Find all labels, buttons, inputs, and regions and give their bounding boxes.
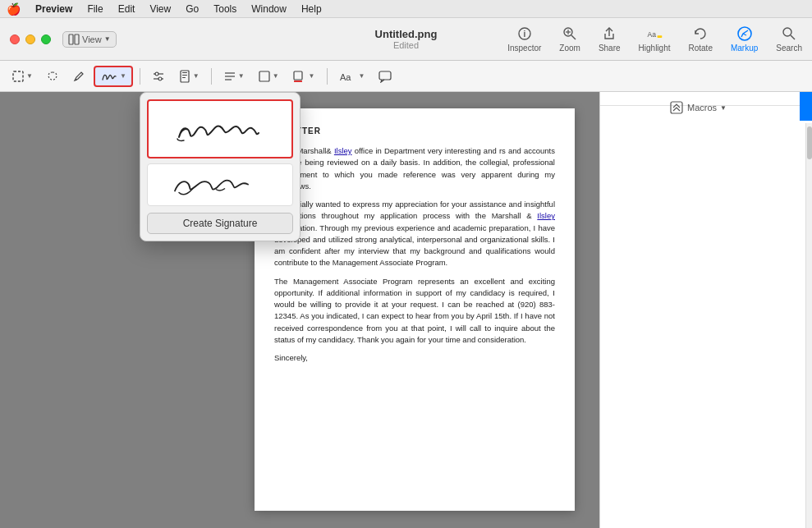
svg-point-16 — [155, 72, 158, 76]
sidebar-area: Create Signature U LETTER at the Marshal… — [0, 92, 599, 528]
lasso-btn[interactable] — [41, 67, 64, 86]
macros-toolbar: Macros ▼ — [600, 92, 812, 106]
macros-label: Macros — [687, 103, 717, 112]
inspector-label: Inspector — [507, 44, 541, 53]
apple-menu[interactable]: 🍎 — [7, 2, 21, 16]
menu-file[interactable]: File — [80, 2, 109, 16]
macros-chevron-icon: ▼ — [720, 104, 727, 112]
scrollbar-thumb[interactable] — [807, 126, 812, 159]
search-button[interactable]: Search — [776, 25, 802, 53]
menu-help[interactable]: Help — [295, 2, 328, 16]
shape-btn[interactable]: ▼ — [253, 67, 284, 86]
svg-rect-19 — [182, 72, 187, 73]
doc-title: U LETTER — [274, 125, 555, 137]
menu-view[interactable]: View — [143, 2, 177, 16]
share-label: Share — [599, 44, 621, 53]
share-button[interactable]: Share — [599, 25, 621, 53]
rect-select-btn[interactable]: ▼ — [7, 67, 38, 86]
svg-rect-27 — [294, 80, 302, 82]
file-name: Untitled.png — [375, 28, 438, 40]
separator-2 — [211, 68, 212, 85]
svg-point-17 — [158, 77, 162, 80]
menu-edit[interactable]: Edit — [112, 2, 142, 16]
menu-tools[interactable]: Tools — [207, 2, 243, 16]
svg-rect-26 — [294, 71, 302, 80]
toolbar: ▼ ▼ ▼ — [0, 61, 812, 92]
zoom-label: Zoom — [559, 44, 580, 53]
page-btn[interactable]: ▼ — [173, 67, 204, 86]
svg-text:Aa: Aa — [647, 30, 656, 39]
menu-preview[interactable]: Preview — [29, 2, 79, 16]
svg-line-5 — [571, 35, 576, 39]
signature-btn[interactable]: ▼ — [94, 66, 133, 87]
doc-para-3: The Management Associate Program represe… — [274, 276, 555, 347]
macros-button[interactable]: Macros ▼ — [600, 92, 796, 123]
signature-item-selected[interactable] — [147, 99, 293, 158]
create-signature-button[interactable]: Create Signature — [147, 213, 293, 234]
window-title-area: Untitled.png Edited — [375, 28, 438, 50]
titlebar: View ▼ Untitled.png Edited i Inspector Z… — [0, 18, 812, 61]
signature-item-2[interactable] — [147, 163, 293, 206]
right-panel: Macros ▼ — [599, 92, 812, 528]
doc-para-1: at the Marshall& Ilsley office in Depart… — [274, 145, 555, 192]
text-bubble-btn[interactable] — [373, 67, 397, 86]
adjust-btn[interactable] — [147, 67, 170, 86]
scrollbar-track[interactable] — [805, 123, 812, 528]
svg-rect-0 — [69, 34, 73, 44]
menu-window[interactable]: Window — [245, 2, 293, 16]
markup-button[interactable]: Markup — [731, 25, 758, 53]
pen-btn[interactable] — [67, 67, 90, 86]
ilsley-link-2[interactable]: Ilsley — [537, 211, 555, 220]
menu-go[interactable]: Go — [179, 2, 205, 16]
view-toggle[interactable]: View ▼ — [62, 31, 117, 48]
border-color-btn[interactable]: ▼ — [287, 67, 320, 86]
file-status: Edited — [393, 40, 419, 50]
maximize-button[interactable] — [41, 34, 51, 44]
ilsley-link-1[interactable]: Ilsley — [334, 146, 352, 155]
traffic-lights — [10, 34, 51, 44]
align-btn[interactable]: ▼ — [218, 67, 250, 86]
svg-rect-20 — [182, 75, 187, 76]
svg-rect-13 — [13, 71, 23, 81]
blue-bar — [800, 92, 812, 121]
rotate-label: Rotate — [688, 44, 712, 53]
menubar: 🍎 Preview File Edit View Go Tools Window… — [0, 0, 812, 18]
separator-3 — [327, 68, 328, 85]
zoom-button[interactable]: Zoom — [559, 25, 580, 53]
titlebar-actions: i Inspector Zoom Share A — [507, 25, 802, 53]
highlight-button[interactable]: Aa Highlight — [639, 25, 671, 53]
document-page: U LETTER at the Marshall& Ilsley office … — [255, 108, 575, 511]
main-area: Create Signature U LETTER at the Marshal… — [0, 92, 812, 528]
font-size-btn[interactable]: Aa ▼ — [334, 67, 370, 86]
svg-text:Aa: Aa — [340, 72, 351, 82]
inspector-button[interactable]: i Inspector — [507, 25, 541, 53]
svg-rect-1 — [75, 34, 79, 44]
svg-line-12 — [791, 35, 795, 39]
close-button[interactable] — [10, 34, 20, 44]
svg-point-10 — [738, 27, 751, 40]
svg-text:i: i — [523, 30, 525, 39]
svg-point-11 — [783, 28, 791, 36]
separator-1 — [140, 68, 140, 85]
svg-rect-29 — [379, 71, 391, 80]
svg-rect-9 — [658, 35, 663, 38]
doc-sincerely: Sincerely, — [274, 352, 555, 364]
highlight-label: Highlight — [639, 44, 671, 53]
signature-dropdown: Create Signature — [140, 92, 300, 241]
minimize-button[interactable] — [25, 34, 35, 44]
svg-rect-25 — [259, 71, 269, 81]
doc-para-2: I especially wanted to express my apprec… — [274, 199, 555, 269]
svg-rect-21 — [182, 77, 186, 78]
rotate-button[interactable]: Rotate — [688, 25, 712, 53]
search-label: Search — [776, 44, 802, 53]
markup-label: Markup — [731, 44, 758, 53]
